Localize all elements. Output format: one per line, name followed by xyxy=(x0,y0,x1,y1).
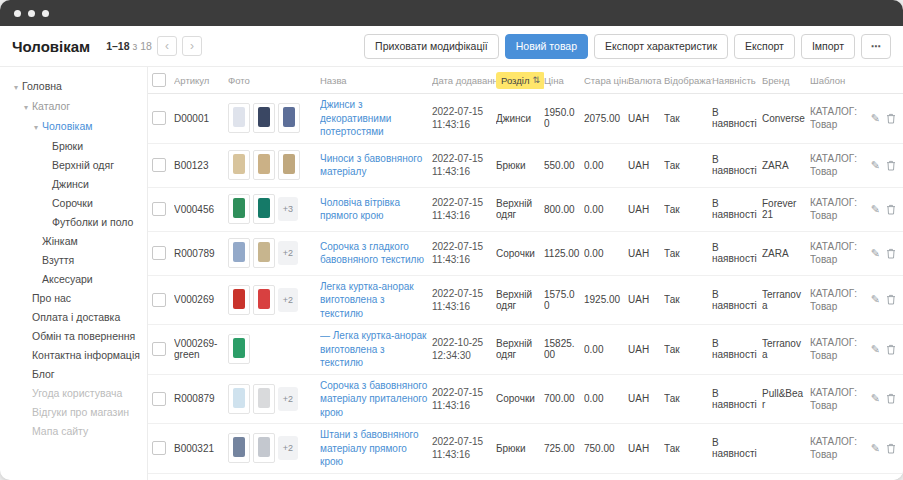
sort-icon[interactable]: ⇅ xyxy=(532,75,540,85)
product-photo[interactable] xyxy=(278,150,300,180)
select-all-checkbox[interactable] xyxy=(152,73,166,87)
sidebar-item-oplata-i-dostavka[interactable]: Оплата і доставка xyxy=(0,308,147,327)
product-name-link[interactable]: Легка куртка-анорак виготовлена з тексти… xyxy=(320,280,428,321)
sidebar-item-uhoda-korystuvacha[interactable]: Угода користувача xyxy=(0,384,147,403)
pagination-next-button[interactable]: › xyxy=(182,36,202,56)
column-header-naiavnist[interactable]: Наявність xyxy=(712,75,762,86)
product-photo[interactable] xyxy=(228,433,250,463)
export-button[interactable]: Експорт xyxy=(734,34,795,59)
sidebar-item-kontaktna-informatsiia[interactable]: Контактна інформація xyxy=(0,346,147,365)
sidebar-item-label: Джинси xyxy=(52,178,89,190)
edit-icon[interactable]: ✎ xyxy=(871,344,880,355)
column-header-artykul[interactable]: Артикул xyxy=(174,75,228,86)
product-photo[interactable] xyxy=(228,285,250,315)
sidebar-item-bryuky[interactable]: Брюки xyxy=(0,137,147,156)
product-photo[interactable] xyxy=(228,238,250,268)
sidebar-item-futbolky-i-polo[interactable]: Футболки и поло xyxy=(0,213,147,232)
product-photo[interactable] xyxy=(278,103,300,133)
sidebar-item-verkhnii-odiah[interactable]: Верхній одяг xyxy=(0,156,147,175)
sidebar-item-bloh[interactable]: Блог xyxy=(0,365,147,384)
product-photo[interactable] xyxy=(253,103,275,133)
product-photo[interactable] xyxy=(228,150,250,180)
delete-icon[interactable] xyxy=(886,113,896,124)
more-button[interactable]: ⋯ xyxy=(861,34,891,59)
export-attributes-button[interactable]: Експорт характеристик xyxy=(594,34,728,59)
hide-modifications-button[interactable]: Приховати модифікації xyxy=(364,34,499,59)
product-name-link[interactable]: Сорочка з бавовняного матеріалу притален… xyxy=(320,379,428,420)
product-photo[interactable] xyxy=(228,194,250,224)
delete-icon[interactable] xyxy=(886,248,896,259)
delete-icon[interactable] xyxy=(886,204,896,215)
more-photos-badge[interactable]: +2 xyxy=(278,436,298,460)
product-name-link[interactable]: Штани з бавовняного матеріалу прямого кр… xyxy=(320,428,428,469)
product-photo[interactable] xyxy=(253,285,275,315)
column-header-stara-tsina[interactable]: Стара ціна xyxy=(584,75,628,86)
product-name-link[interactable]: Чиноси з бавовняного матеріалу xyxy=(320,152,428,179)
sidebar-item-pro-nas[interactable]: Про нас xyxy=(0,289,147,308)
product-photo[interactable] xyxy=(253,150,275,180)
sidebar-item-zhinkam[interactable]: Жінкам xyxy=(0,232,147,251)
sidebar-item-aksesuary[interactable]: Аксесуари xyxy=(0,270,147,289)
more-photos-badge[interactable]: +3 xyxy=(278,197,298,221)
more-photos-badge[interactable]: +2 xyxy=(278,387,298,411)
column-header-tsina[interactable]: Ціна xyxy=(544,75,584,86)
sidebar-item-vzuttia[interactable]: Взуття xyxy=(0,251,147,270)
edit-icon[interactable]: ✎ xyxy=(871,443,880,454)
product-photo[interactable] xyxy=(228,103,250,133)
product-name-link[interactable]: Джинси з декоративними потертостями xyxy=(320,98,428,139)
delete-icon[interactable] xyxy=(886,393,896,404)
row-checkbox[interactable] xyxy=(152,111,166,125)
sidebar-item-obmin-ta-povernennia[interactable]: Обмін та повернення xyxy=(0,327,147,346)
row-checkbox[interactable] xyxy=(152,293,166,307)
product-photo[interactable] xyxy=(253,194,275,224)
delete-icon[interactable] xyxy=(886,160,896,171)
edit-icon[interactable]: ✎ xyxy=(871,393,880,404)
sidebar-item-holovna[interactable]: ▾Головна xyxy=(0,77,147,97)
import-button[interactable]: Імпорт xyxy=(801,34,855,59)
product-photo[interactable] xyxy=(228,384,250,414)
column-header-vidobrazhaty[interactable]: Відображати xyxy=(664,75,712,86)
column-header-rozdil[interactable]: Розділ⇅ xyxy=(496,72,544,89)
sidebar-item-vidhuky-pro-mahazyn[interactable]: Відгуки про магазин xyxy=(0,403,147,422)
row-checkbox[interactable] xyxy=(152,392,166,406)
pagination-prev-button[interactable]: ‹ xyxy=(157,36,177,56)
row-checkbox[interactable] xyxy=(152,441,166,455)
product-name-link[interactable]: Чоловіча вітрівка прямого крою xyxy=(320,196,428,223)
product-name-link[interactable]: Сорочка з гладкого бавовняного текстилю xyxy=(320,240,428,267)
row-checkbox[interactable] xyxy=(152,342,166,356)
window-control-dot[interactable] xyxy=(42,10,49,17)
product-photo[interactable] xyxy=(253,238,275,268)
edit-icon[interactable]: ✎ xyxy=(871,204,880,215)
edit-icon[interactable]: ✎ xyxy=(871,160,880,171)
more-photos-badge[interactable]: +2 xyxy=(278,241,298,265)
sidebar-item-kataloh[interactable]: ▾Каталог xyxy=(0,97,147,117)
row-checkbox[interactable] xyxy=(152,202,166,216)
window-control-dot[interactable] xyxy=(28,10,35,17)
edit-icon[interactable]: ✎ xyxy=(871,248,880,259)
sidebar-item-dzhynsy[interactable]: Джинси xyxy=(0,175,147,194)
sidebar-item-sorochky[interactable]: Сорочки xyxy=(0,194,147,213)
column-header-nazva[interactable]: Назва xyxy=(320,75,432,86)
column-header-foto[interactable]: Фото xyxy=(228,75,320,86)
new-product-button[interactable]: Новий товар xyxy=(505,34,588,59)
product-photo[interactable] xyxy=(253,384,275,414)
more-photos-badge[interactable]: +2 xyxy=(278,288,298,312)
column-header-shablon[interactable]: Шаблон xyxy=(810,75,870,86)
column-header-brend[interactable]: Бренд xyxy=(762,75,810,86)
cell-availability: В наявності xyxy=(712,285,762,315)
product-photo[interactable] xyxy=(253,433,275,463)
sidebar-item-mapa-saitu[interactable]: Мапа сайту xyxy=(0,422,147,441)
column-header-valiuta[interactable]: Валюта xyxy=(628,75,664,86)
product-photo[interactable] xyxy=(228,334,250,364)
row-checkbox[interactable] xyxy=(152,246,166,260)
edit-icon[interactable]: ✎ xyxy=(871,294,880,305)
row-checkbox[interactable] xyxy=(152,158,166,172)
sidebar-item-cholovikam[interactable]: ▾Чоловікам xyxy=(0,117,147,137)
edit-icon[interactable]: ✎ xyxy=(871,113,880,124)
window-control-dot[interactable] xyxy=(14,10,21,17)
delete-icon[interactable] xyxy=(886,344,896,355)
delete-icon[interactable] xyxy=(886,443,896,454)
delete-icon[interactable] xyxy=(886,294,896,305)
product-name-link[interactable]: — Легка куртка-анорак виготовлена з текс… xyxy=(320,329,428,370)
column-header-data-dodavannia[interactable]: Дата додавання xyxy=(432,75,496,86)
